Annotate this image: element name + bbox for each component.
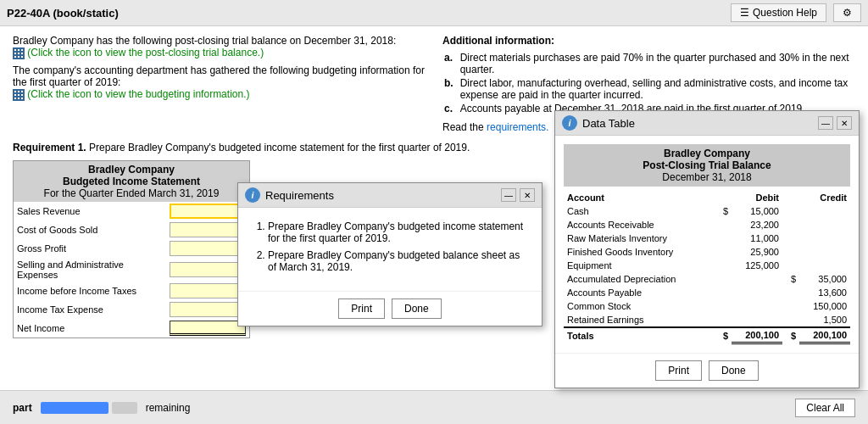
table-row: Accounts Receivable 23,200 xyxy=(564,218,850,232)
accum-dep-credit: 35,000 xyxy=(799,272,850,286)
data-table-inner: Bradley Company Post-Closing Trial Balan… xyxy=(555,136,859,353)
title-bar: P22-40A (book/static) ☰ Question Help ⚙ xyxy=(0,0,868,26)
cash-account: Cash xyxy=(564,204,715,218)
table-row: Selling and Administrative Expenses xyxy=(14,258,249,282)
rmi-debit: 11,000 xyxy=(732,232,782,245)
totals-credit: 200,100 xyxy=(799,327,850,343)
bottom-bar: part remaining Clear All xyxy=(0,390,868,424)
progress-bar-empty xyxy=(112,402,137,414)
income-stmt-company: Bradley Company Budgeted Income Statemen… xyxy=(14,161,249,202)
cogs-input[interactable] xyxy=(170,222,246,237)
table-row: Gross Profit xyxy=(14,239,249,258)
data-table-modal-footer: Print Done xyxy=(555,353,859,388)
data-table-print-button[interactable]: Print xyxy=(655,360,702,381)
cash-credit-symbol xyxy=(782,204,799,218)
remaining-label: remaining xyxy=(146,402,191,414)
table-row: Equipment 125,000 xyxy=(564,259,850,272)
part-remaining-label: part xyxy=(13,402,32,414)
trial-balance-link[interactable]: (Click the icon to view the post-closing… xyxy=(27,47,264,59)
requirements-print-button[interactable]: Print xyxy=(338,298,385,319)
requirements-modal-footer: Print Done xyxy=(238,291,542,326)
net-income-input[interactable] xyxy=(170,321,246,336)
sales-revenue-label: Sales Revenue xyxy=(14,202,166,220)
fgi-account: Finished Goods Inventory xyxy=(564,245,715,259)
data-table-modal-minimize[interactable]: — xyxy=(818,116,833,130)
table-row: Sales Revenue xyxy=(14,202,249,220)
list-icon: ☰ xyxy=(740,7,749,19)
rmi-credit xyxy=(799,232,850,245)
table-row: Raw Materials Inventory 11,000 xyxy=(564,232,850,245)
additional-info-table: a. Direct materials purchases are paid 7… xyxy=(442,50,855,116)
requirements-done-button[interactable]: Done xyxy=(392,298,442,319)
sales-revenue-input[interactable] xyxy=(170,204,246,219)
requirements-modal-close[interactable]: ✕ xyxy=(520,188,535,202)
retained-earnings-account: Retained Earnings xyxy=(564,313,715,327)
requirements-modal-title-bar: i Requirements — ✕ xyxy=(238,183,542,208)
account-header: Account xyxy=(564,191,715,204)
debit-header: Debit xyxy=(715,191,782,204)
table-row: Net Income xyxy=(14,319,249,338)
clear-all-button[interactable]: Clear All xyxy=(795,399,855,417)
info-icon: i xyxy=(245,187,260,203)
intro-text-2: The company's accounting department has … xyxy=(13,64,426,88)
requirement-item-1: Prepare Bradley Company's budgeted incom… xyxy=(268,220,529,244)
sga-input[interactable] xyxy=(170,262,246,277)
data-table-modal-controls: — ✕ xyxy=(818,116,852,130)
requirements-modal-controls: — ✕ xyxy=(501,188,535,202)
income-before-taxes-label: Income before Income Taxes xyxy=(14,282,166,300)
common-stock-account: Common Stock xyxy=(564,299,715,313)
grid-icon-1[interactable] xyxy=(13,47,25,59)
gross-profit-input[interactable] xyxy=(170,241,246,256)
budgeting-link[interactable]: (Click the icon to view the budgeting in… xyxy=(27,88,249,100)
item-a-label: a. xyxy=(444,52,459,75)
rmi-account: Raw Materials Inventory xyxy=(564,232,715,245)
accum-dep-account: Accumulated Depreciation xyxy=(564,272,715,286)
income-statement: Bradley Company Budgeted Income Statemen… xyxy=(13,160,250,338)
income-before-taxes-input[interactable] xyxy=(170,283,246,298)
credit-header: Credit xyxy=(782,191,850,204)
data-table-done-button[interactable]: Done xyxy=(709,360,759,381)
item-c-label: c. xyxy=(444,103,459,114)
common-stock-credit: 150,000 xyxy=(799,299,850,313)
ar-credit xyxy=(799,218,850,232)
top-left-section: Bradley Company has the following post-c… xyxy=(13,35,426,133)
table-row: Finished Goods Inventory 25,900 xyxy=(564,245,850,259)
additional-info-title: Additional information: xyxy=(442,35,855,47)
fgi-credit xyxy=(799,245,850,259)
cash-credit xyxy=(799,204,850,218)
tax-expense-label: Income Tax Expense xyxy=(14,300,166,319)
data-table-modal: i Data Table — ✕ Bradley Company Post-Cl… xyxy=(554,110,860,388)
cash-debit-symbol: $ xyxy=(715,204,732,218)
grid-icon-2[interactable] xyxy=(13,89,25,101)
requirement-item-2: Prepare Bradley Company's budgeted balan… xyxy=(268,249,529,273)
ap-credit: 13,600 xyxy=(799,286,850,299)
tax-expense-input[interactable] xyxy=(170,302,246,317)
question-help-button[interactable]: ☰ Question Help xyxy=(731,3,826,22)
requirements-modal-minimize[interactable]: — xyxy=(501,188,516,202)
item-b-text: Direct labor, manufacturing overhead, se… xyxy=(460,77,854,101)
gross-profit-label: Gross Profit xyxy=(14,239,166,258)
data-table-modal-close[interactable]: ✕ xyxy=(837,116,852,130)
bottom-left: part remaining xyxy=(13,402,190,414)
page-title: P22-40A (book/static) xyxy=(7,7,119,20)
ap-account: Accounts Payable xyxy=(564,286,715,299)
totals-label: Totals xyxy=(564,327,715,343)
fgi-debit: 25,900 xyxy=(732,245,782,259)
item-b-label: b. xyxy=(444,77,459,101)
data-table-company-header: Bradley Company Post-Closing Trial Balan… xyxy=(564,144,850,187)
equipment-account: Equipment xyxy=(564,259,715,272)
net-income-label: Net Income xyxy=(14,319,166,338)
intro-text-1: Bradley Company has the following post-c… xyxy=(13,35,426,47)
requirements-link[interactable]: requirements. xyxy=(487,121,548,133)
table-row: Retained Earnings 1,500 xyxy=(564,313,850,327)
totals-debit: 200,100 xyxy=(732,327,782,343)
table-row: Income Tax Expense xyxy=(14,300,249,319)
table-row: Cash $ 15,000 xyxy=(564,204,850,218)
requirements-modal-title: i Requirements xyxy=(245,187,334,203)
title-bar-controls: ☰ Question Help ⚙ xyxy=(731,3,861,22)
progress-bar-filled xyxy=(41,402,108,414)
settings-button[interactable]: ⚙ xyxy=(833,3,861,22)
ar-account: Accounts Receivable xyxy=(564,218,715,232)
data-table: Account Debit Credit Cash $ 15,000 Accou… xyxy=(564,191,850,344)
totals-debit-symbol: $ xyxy=(715,327,732,343)
